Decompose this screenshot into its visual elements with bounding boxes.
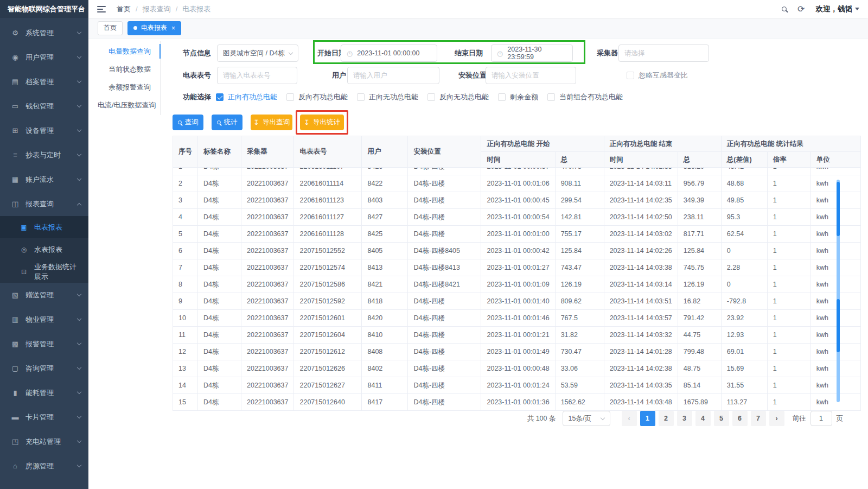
scrollbar-thumb[interactable] (837, 182, 840, 236)
table-row[interactable]: 7D4栋202210036372207150125748413D4栋-四楼841… (173, 259, 861, 276)
page-button-5[interactable]: 5 (714, 411, 729, 426)
collector-select[interactable]: 请选择 (618, 45, 709, 62)
function-checkbox[interactable]: 反向有功总电能 (286, 92, 348, 102)
goto-page-input[interactable] (810, 411, 832, 426)
sidebar-item-charging[interactable]: ◳充电站管理 (0, 429, 88, 454)
checkbox-icon[interactable] (216, 93, 224, 101)
sidebar-subitem-water-report[interactable]: ◎水表报表 (0, 238, 88, 261)
end-date-input[interactable]: ◷ 2023-11-30 23:59:59 (491, 45, 573, 62)
table-cell: 31.82 (555, 327, 604, 344)
close-icon[interactable]: × (171, 24, 175, 32)
table-row[interactable]: 13D4栋202210036372207150126268402D4栋-四楼20… (173, 360, 861, 377)
sidebar-item-gear[interactable]: ⚙系统管理 (0, 21, 88, 45)
sidebar-item-archive[interactable]: ▤档案管理 (0, 69, 88, 94)
report-icon: ◫ (11, 200, 20, 208)
table-scrollbar[interactable] (837, 180, 840, 402)
table-cell: 908.11 (555, 175, 604, 192)
table-row[interactable]: 1D4栋202210036372206160111078426D4栋-四楼202… (173, 168, 861, 175)
breadcrumb-home[interactable]: 首页 (117, 4, 131, 14)
scrollbar-thumb[interactable] (837, 299, 840, 352)
page-size-select[interactable]: 15条/页 (563, 411, 610, 426)
tab-home[interactable]: 首页 (98, 21, 123, 35)
table-row[interactable]: 10D4栋202210036372207150126018420D4栋-四楼20… (173, 310, 861, 327)
start-date-input[interactable]: ◷ 2023-11-01 00:00:00 (341, 45, 437, 62)
breadcrumb-report-query[interactable]: 报表查询 (143, 4, 171, 14)
checkbox-icon[interactable] (286, 93, 294, 101)
sidebar-item-property[interactable]: ▥物业管理 (0, 307, 88, 332)
sidebar-item-house[interactable]: ⌂房源管理 (0, 454, 88, 478)
table-row[interactable]: 5D4栋202210036372206160111288425D4栋-四楼202… (173, 226, 861, 243)
user-input[interactable]: 请输入用户 (347, 67, 439, 84)
checkbox-icon[interactable] (357, 93, 365, 101)
subnav-item[interactable]: 电流/电压数据查询 (98, 96, 160, 114)
install-location-input[interactable]: 请输入安装位置 (486, 67, 576, 84)
function-checkbox[interactable]: 剩余金额 (498, 92, 538, 102)
account-flow-icon: ▦ (11, 175, 20, 183)
table-row[interactable]: 9D4栋202210036372207150125928418D4栋-四楼202… (173, 293, 861, 310)
sidebar-subitem-business-stats[interactable]: ⊡业务数据统计展示 (0, 261, 88, 283)
checkbox-icon[interactable] (627, 72, 634, 79)
checkbox-icon[interactable] (498, 93, 506, 101)
table-cell: D4栋 (198, 192, 241, 209)
sidebar-item-account-flow[interactable]: ▦账户流水 (0, 167, 88, 192)
subnav-item[interactable]: 电量数据查询 (98, 42, 160, 60)
function-checkbox[interactable]: 反向无功总电能 (427, 92, 489, 102)
table-row[interactable]: 3D4栋202210036372206160111238403D4栋-四楼202… (173, 192, 861, 209)
search-icon[interactable] (782, 7, 787, 11)
table-row[interactable]: 11D4栋202210036372207150126048410D4栋-四楼20… (173, 327, 861, 344)
sidebar-item-device[interactable]: ⊞设备管理 (0, 118, 88, 143)
column-header: 电表表号 (294, 136, 362, 168)
table-cell: 125.84 (555, 243, 604, 259)
table-row[interactable]: 8D4栋202210036372207150125868421D4栋-四楼842… (173, 276, 861, 293)
table-row[interactable]: 6D4栋202210036372207150125528405D4栋-四楼840… (173, 243, 861, 259)
sidebar-subitem-electric-report[interactable]: ▣电表报表 (0, 216, 88, 238)
checkbox-icon[interactable] (427, 93, 435, 101)
sidebar-collapse-icon[interactable] (97, 6, 106, 12)
table-row[interactable]: 2D4栋202210036372206160111148422D4栋-四楼202… (173, 175, 861, 192)
page-button-7[interactable]: 7 (751, 411, 766, 426)
table-cell: 743.47 (555, 259, 604, 276)
page-button-3[interactable]: 3 (677, 411, 692, 426)
table-row[interactable]: 15D4栋202210036372207150126408417D4栋-四楼20… (173, 394, 861, 411)
chevron-up-icon (77, 202, 81, 207)
checkbox-icon[interactable] (547, 93, 555, 101)
stats-button[interactable]: 统计 (212, 115, 242, 130)
table-cell: 8413 (362, 259, 408, 276)
node-info-select[interactable]: 图灵城市空间 / D4栋 (217, 45, 298, 62)
function-checkbox[interactable]: 当前组合有功总电能 (547, 92, 623, 102)
export-stats-button[interactable]: ↧ 导出统计 (300, 115, 344, 130)
sidebar-item-user[interactable]: ◉用户管理 (0, 45, 88, 69)
subnav-item[interactable]: 当前状态数据 (98, 60, 160, 78)
sidebar-item-alarm[interactable]: ▩报警管理 (0, 332, 88, 356)
export-query-button[interactable]: ↧ 导出查询 (251, 115, 292, 130)
table-row[interactable]: 12D4栋202210036372207150126128408D4栋-四楼20… (173, 344, 861, 360)
meter-number-input[interactable]: 请输入电表表号 (217, 67, 297, 84)
page-button-4[interactable]: 4 (695, 411, 711, 426)
ignore-ct-ratio-checkbox[interactable]: 忽略互感器变比 (627, 70, 688, 81)
sidebar-item-card[interactable]: ▬卡片管理 (0, 405, 88, 429)
subnav-item[interactable]: 余额报警查询 (98, 78, 160, 96)
table-row[interactable]: 14D4栋202210036372207150126278411D4栋-四楼20… (173, 377, 861, 394)
table-row[interactable]: 4D4栋202210036372206160111278427D4栋-四楼202… (173, 209, 861, 226)
table-cell: 2023-11-01 00:01:21 (481, 327, 555, 344)
sidebar-item-gift[interactable]: ▧赠送管理 (0, 283, 88, 307)
sidebar-item-energy[interactable]: ▮能耗管理 (0, 380, 88, 405)
function-checkbox[interactable]: 正向有功总电能 (216, 92, 277, 102)
query-button[interactable]: 查询 (173, 115, 203, 130)
sidebar-item-wallet[interactable]: ▭钱包管理 (0, 94, 88, 118)
sidebar-item-meter-timer[interactable]: ≡抄表与定时 (0, 143, 88, 167)
user-menu[interactable]: 欢迎，钱韬 (816, 4, 860, 14)
sidebar-item-report[interactable]: ◫报表查询 (0, 192, 88, 216)
function-checkbox[interactable]: 正向无功总电能 (357, 92, 418, 102)
page-button-6[interactable]: 6 (732, 411, 748, 426)
next-page-button[interactable]: › (769, 411, 784, 426)
sidebar-item-consult[interactable]: ▢咨询管理 (0, 356, 88, 380)
tab-active[interactable]: 电表报表× (127, 21, 181, 35)
table-cell: 956.79 (678, 175, 721, 192)
tab-label: 首页 (104, 23, 117, 33)
table-cell: D4栋 (198, 360, 241, 377)
page-button-1[interactable]: 1 (640, 411, 655, 426)
refresh-icon[interactable]: ⟳ (797, 5, 805, 14)
prev-page-button[interactable]: ‹ (622, 411, 637, 426)
page-button-2[interactable]: 2 (659, 411, 674, 426)
